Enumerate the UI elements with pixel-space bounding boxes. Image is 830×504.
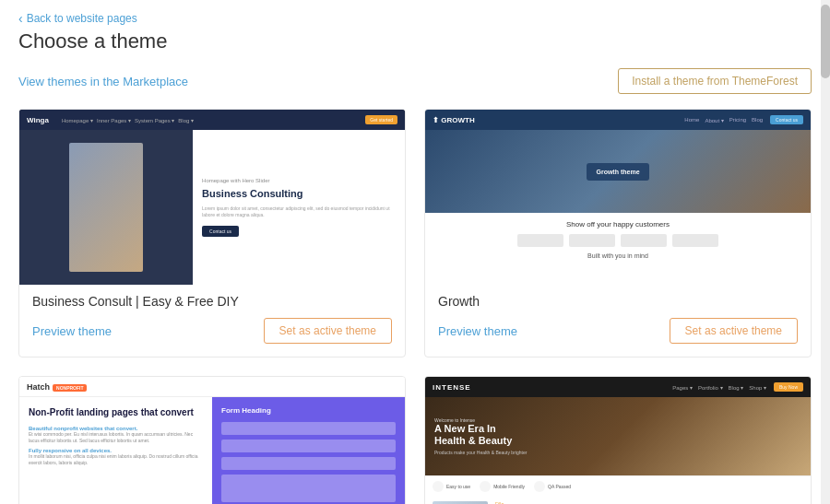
feature-text: Mobile Friendly xyxy=(493,484,525,489)
form-textarea xyxy=(221,475,396,502)
feature-item: Mobile Friendly xyxy=(480,481,525,492)
nav-link: Shop ▾ xyxy=(749,384,766,391)
nav-link: System Pages ▾ xyxy=(135,117,174,123)
features-bar: Easy to use Mobile Friendly QA Passed xyxy=(425,475,811,497)
hero-cta: Contact us xyxy=(202,226,239,237)
feature-icon xyxy=(433,481,444,492)
nav-link: Pages ▾ xyxy=(672,384,693,391)
nav-link: About ▾ xyxy=(705,117,723,123)
feature-icon xyxy=(534,481,545,492)
top-bar: View themes in the Marketplace Install a… xyxy=(18,68,812,94)
theme-logo: INTENSE xyxy=(433,383,471,392)
theme-preview-business: Winga Homepage ▾ Inner Pages ▾ System Pa… xyxy=(19,110,405,285)
customer-logo xyxy=(672,234,718,247)
customer-logo xyxy=(569,234,615,247)
main-title: Non-Profit landing pages that convert xyxy=(29,406,203,418)
theme-actions: Preview theme Set as active theme xyxy=(32,318,392,344)
scrollbar[interactable] xyxy=(821,0,830,504)
form-title: Form Heading xyxy=(221,406,396,415)
nav-link: Homepage ▾ xyxy=(62,117,93,123)
hero-desc: Products make your Health & Beauty brigh… xyxy=(434,450,527,455)
scrollbar-thumb[interactable] xyxy=(821,5,830,78)
content-right: Form Heading Submit xyxy=(212,397,405,504)
theme-actions: Preview theme Set as active theme xyxy=(438,318,798,344)
theme-card-intense: INTENSE Pages ▾ Portfolio ▾ Blog ▾ Shop … xyxy=(424,376,812,504)
theme-logo: ⬆ GROWTH xyxy=(433,116,475,124)
page-container: Back to website pages Choose a theme Vie… xyxy=(0,0,830,504)
nav-links: Homepage ▾ Inner Pages ▾ System Pages ▾ … xyxy=(62,117,194,123)
customer-logo xyxy=(517,234,563,247)
nav-bar: Winga Homepage ▾ Inner Pages ▾ System Pa… xyxy=(19,110,405,130)
feature-text: Easy to use xyxy=(446,484,470,489)
nav-bar: INTENSE Pages ▾ Portfolio ▾ Blog ▾ Shop … xyxy=(425,377,811,397)
nav-link: Portfolio ▾ xyxy=(698,384,723,391)
hero-title: Business Consulting xyxy=(202,187,396,200)
install-theme-button[interactable]: Install a theme from ThemeForest xyxy=(618,68,812,94)
feature-item: QA Passed xyxy=(534,481,571,492)
theme-content: Non-Profit landing pages that convert Be… xyxy=(19,397,405,504)
feature-item: Easy to use xyxy=(433,481,470,492)
nav-link: Blog ▾ xyxy=(178,117,194,123)
hero-desc: Lorem ipsum dolor sit amet, consectetur … xyxy=(202,205,396,218)
themes-grid: Winga Homepage ▾ Inner Pages ▾ System Pa… xyxy=(18,109,812,504)
nav-link: Home xyxy=(684,117,699,123)
theme-name: Business Consult | Easy & Free DIY xyxy=(32,294,392,309)
hero-text: Welcome to Intense A New Era InHealth & … xyxy=(434,417,527,455)
theme-card-growth: ⬆ GROWTH Home About ▾ Pricing Blog Conta… xyxy=(424,109,812,357)
nav-cta-btn: Buy Now xyxy=(774,382,803,392)
theme-info: Business Consult | Easy & Free DIY Previ… xyxy=(19,285,405,357)
nav-link: Blog xyxy=(752,117,763,123)
nav-link: Inner Pages ▾ xyxy=(97,117,131,123)
nav-bar: HatchNONPROFIT xyxy=(19,377,405,397)
hero-image: Growth theme xyxy=(425,130,811,213)
form-field xyxy=(221,422,396,435)
page-title: Choose a theme xyxy=(18,29,812,53)
hero-section: Homepage with Hero Slider Business Consu… xyxy=(19,130,405,285)
nav-links: Pages ▾ Portfolio ▾ Blog ▾ Shop ▾ xyxy=(672,384,766,391)
nav-link: Pricing xyxy=(729,117,746,123)
form-field xyxy=(221,440,396,452)
built-text: Built with you in mind xyxy=(434,252,801,259)
hero-image: Welcome to Intense A New Era InHealth & … xyxy=(425,397,811,475)
theme-preview-hatch: HatchNONPROFIT Non-Profit landing pages … xyxy=(19,377,405,504)
hero-right: Homepage with Hero Slider Business Consu… xyxy=(193,130,405,285)
section-heading: Show off your happy customers xyxy=(434,220,801,229)
hero-subtitle: Homepage with Hero Slider xyxy=(202,178,396,183)
hero-image xyxy=(69,143,143,272)
nav-cta-btn: Contact us xyxy=(770,115,803,124)
theme-preview-intense: INTENSE Pages ▾ Portfolio ▾ Blog ▾ Shop … xyxy=(425,377,811,504)
hero-title: A New Era InHealth & Beauty xyxy=(434,423,527,447)
bottom-section: Fillo Mauris arcu odio porttitor nec Lor… xyxy=(425,497,811,504)
preview-link[interactable]: Preview theme xyxy=(32,324,112,338)
preview-link[interactable]: Preview theme xyxy=(438,324,517,338)
marketplace-link[interactable]: View themes in the Marketplace xyxy=(18,75,188,88)
customers-section: Show off your happy customers Built with… xyxy=(425,213,811,266)
theme-preview-growth: ⬆ GROWTH Home About ▾ Pricing Blog Conta… xyxy=(425,110,811,285)
set-active-button[interactable]: Set as active theme xyxy=(264,318,392,344)
theme-card-business-consult: Winga Homepage ▾ Inner Pages ▾ System Pa… xyxy=(18,109,406,357)
feature-desc: Et wisi commodo per. Eu nisl interusus l… xyxy=(29,431,203,443)
theme-card-hatch: HatchNONPROFIT Non-Profit landing pages … xyxy=(18,376,406,504)
feature-text: QA Passed xyxy=(548,484,571,489)
content-left: Non-Profit landing pages that convert Be… xyxy=(19,397,212,504)
nav-cta-btn: Get started xyxy=(365,115,397,124)
overlay-card: Growth theme xyxy=(587,163,648,181)
nav-links: Home About ▾ Pricing Blog xyxy=(684,117,763,123)
feature-desc: In mollit laborum nisi, officia culpa ni… xyxy=(29,453,203,465)
feature-icon xyxy=(480,481,491,492)
logo-badge: NONPROFIT xyxy=(53,384,87,392)
form-field xyxy=(221,457,396,470)
nav-link: Blog ▾ xyxy=(729,384,744,391)
theme-logo: Winga xyxy=(27,116,49,124)
theme-info: Growth Preview theme Set as active theme xyxy=(425,285,811,357)
logos-row xyxy=(434,234,801,247)
theme-logo: HatchNONPROFIT xyxy=(27,382,87,392)
hero-left xyxy=(19,130,193,285)
nav-bar: ⬆ GROWTH Home About ▾ Pricing Blog Conta… xyxy=(425,110,811,130)
set-active-button[interactable]: Set as active theme xyxy=(670,318,798,344)
feature-item: Fully responsive on all devices. In moll… xyxy=(29,448,203,465)
customer-logo xyxy=(621,234,667,247)
feature-item: Beautiful nonprofit websites that conver… xyxy=(29,426,203,443)
back-link[interactable]: Back to website pages xyxy=(18,11,812,26)
theme-name: Growth xyxy=(438,294,798,309)
